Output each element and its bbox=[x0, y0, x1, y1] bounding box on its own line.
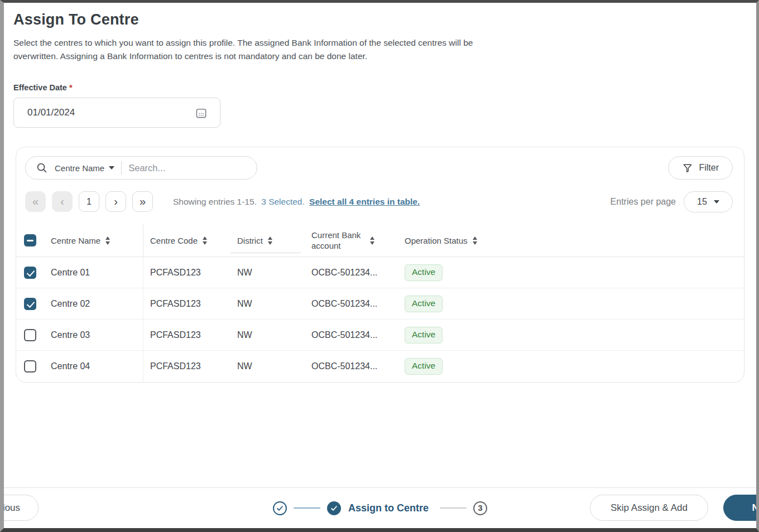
filter-icon bbox=[682, 162, 693, 173]
search-input[interactable] bbox=[128, 163, 249, 173]
row-checkbox[interactable] bbox=[24, 298, 36, 310]
step-2-label: Assign to Centre bbox=[348, 502, 429, 514]
select-all-link[interactable]: Select all 4 entries in table. bbox=[309, 197, 420, 206]
sort-icon bbox=[370, 236, 374, 245]
row-select-cell bbox=[16, 351, 44, 382]
row-checkbox[interactable] bbox=[24, 329, 36, 341]
bank-account-cell: OCBC-501234... bbox=[305, 320, 398, 350]
centre-name-cell: Centre 02 bbox=[44, 288, 143, 319]
operation-status-cell: Active bbox=[398, 320, 744, 350]
effective-date-label-text: Effective Date bbox=[13, 83, 67, 92]
footer-bar: Previous Assign to Centre 3 Skip Assign … bbox=[4, 487, 756, 528]
entries-per-page-label: Entries per page bbox=[611, 197, 676, 207]
operation-status-cell: Active bbox=[398, 257, 744, 288]
next-button[interactable]: Next bbox=[723, 495, 756, 521]
centres-table-card: Centre Name Filter « ‹ bbox=[16, 147, 744, 383]
centre-code-cell: PCFASD123 bbox=[143, 320, 230, 350]
page-title: Assign To Centre bbox=[13, 11, 756, 28]
centre-code-cell: PCFASD123 bbox=[143, 257, 230, 288]
step-2-current-icon bbox=[327, 501, 341, 515]
filter-button-label: Filter bbox=[699, 163, 719, 173]
sort-icon bbox=[268, 236, 272, 245]
effective-date-field[interactable] bbox=[13, 98, 220, 128]
table-header-row: Centre Name Centre Code District bbox=[16, 224, 744, 257]
pagination-first-button[interactable]: « bbox=[25, 191, 46, 212]
step-1-completed-icon bbox=[273, 501, 287, 515]
column-header-operation-status[interactable]: Operation Status bbox=[398, 224, 744, 257]
search-category-value: Centre Name bbox=[55, 163, 104, 173]
chevron-down-icon bbox=[714, 200, 719, 204]
pagination-next-button[interactable]: › bbox=[105, 191, 126, 212]
sort-icon bbox=[203, 236, 207, 245]
row-select-cell bbox=[16, 288, 44, 319]
selected-count-text: 3 Selected. bbox=[261, 197, 305, 206]
showing-entries-text: Showing entries 1-15. bbox=[173, 197, 257, 206]
assign-to-centre-page: Assign To Centre Select the centres to w… bbox=[4, 3, 756, 528]
centre-name-cell: Centre 03 bbox=[44, 320, 143, 350]
sort-icon bbox=[473, 236, 477, 245]
search-divider bbox=[121, 161, 122, 175]
row-checkbox[interactable] bbox=[24, 360, 36, 373]
row-select-cell bbox=[16, 257, 44, 288]
row-checkbox[interactable] bbox=[24, 267, 36, 279]
table-row[interactable]: Centre 03 PCFASD123 NW OCBC-501234... Ac… bbox=[16, 320, 744, 351]
centre-name-cell: Centre 04 bbox=[44, 351, 143, 382]
table-row[interactable]: Centre 04 PCFASD123 NW OCBC-501234... Ac… bbox=[16, 351, 744, 382]
table-row[interactable]: Centre 02 PCFASD123 NW OCBC-501234... Ac… bbox=[16, 288, 744, 320]
pagination-status: Showing entries 1-15. 3 Selected. Select… bbox=[173, 197, 420, 207]
step-3-icon: 3 bbox=[473, 501, 487, 515]
skip-assign-button[interactable]: Skip Assign & Add bbox=[590, 495, 708, 521]
window-frame: Assign To Centre Select the centres to w… bbox=[0, 0, 759, 532]
operation-status-cell: Active bbox=[398, 351, 744, 382]
search-icon bbox=[36, 162, 48, 174]
chevron-right-icon: › bbox=[114, 196, 118, 207]
column-header-district[interactable]: District bbox=[230, 224, 305, 257]
district-cell: NW bbox=[230, 320, 305, 350]
column-header-centre-code[interactable]: Centre Code bbox=[143, 224, 230, 257]
sort-icon bbox=[105, 236, 110, 245]
column-header-centre-name[interactable]: Centre Name bbox=[44, 224, 143, 257]
chevron-left-icon: ‹ bbox=[60, 196, 64, 207]
entries-per-page-dropdown[interactable]: 15 bbox=[684, 191, 733, 212]
district-cell: NW bbox=[230, 257, 305, 288]
row-select-cell bbox=[16, 320, 44, 350]
district-cell: NW bbox=[230, 351, 305, 382]
pagination-last-button[interactable]: » bbox=[132, 191, 153, 212]
status-badge: Active bbox=[405, 327, 443, 344]
status-badge: Active bbox=[405, 296, 443, 312]
double-chevron-right-icon: » bbox=[140, 196, 146, 207]
select-all-cell bbox=[16, 224, 44, 257]
pagination-page-button[interactable]: 1 bbox=[79, 191, 99, 212]
operation-status-cell: Active bbox=[398, 288, 744, 319]
centre-code-cell: PCFASD123 bbox=[143, 288, 230, 319]
stepper-connector bbox=[440, 507, 467, 509]
page-description: Select the centres to which you want to … bbox=[13, 36, 497, 63]
status-badge: Active bbox=[405, 358, 443, 375]
entries-per-page-control: Entries per page 15 bbox=[611, 191, 733, 212]
search-bar[interactable]: Centre Name bbox=[25, 156, 257, 180]
calendar-icon[interactable] bbox=[195, 107, 208, 119]
search-category-dropdown[interactable]: Centre Name bbox=[55, 163, 114, 173]
status-badge: Active bbox=[405, 264, 443, 281]
bank-account-cell: OCBC-501234... bbox=[305, 257, 398, 288]
centre-name-cell: Centre 01 bbox=[44, 257, 143, 288]
double-chevron-left-icon: « bbox=[32, 196, 39, 207]
bank-account-cell: OCBC-501234... bbox=[305, 288, 398, 319]
effective-date-label: Effective Date * bbox=[13, 83, 756, 92]
stepper-connector bbox=[294, 507, 320, 509]
table-toolbar: Centre Name Filter bbox=[16, 147, 744, 180]
column-header-current-bank-account[interactable]: Current Bank account bbox=[305, 224, 398, 257]
district-cell: NW bbox=[230, 288, 305, 319]
effective-date-input[interactable] bbox=[14, 107, 195, 118]
centre-code-cell: PCFASD123 bbox=[143, 351, 230, 382]
select-all-checkbox[interactable] bbox=[24, 234, 36, 246]
filter-button[interactable]: Filter bbox=[668, 156, 733, 180]
bank-account-cell: OCBC-501234... bbox=[305, 351, 398, 382]
pagination-prev-button[interactable]: ‹ bbox=[52, 191, 73, 212]
entries-per-page-value: 15 bbox=[697, 197, 707, 207]
table-row[interactable]: Centre 01 PCFASD123 NW OCBC-501234... Ac… bbox=[16, 257, 744, 288]
pagination-bar: « ‹ 1 › » Showing entries 1-15. 3 Select… bbox=[16, 191, 744, 212]
required-asterisk: * bbox=[69, 83, 73, 92]
chevron-down-icon bbox=[109, 166, 114, 170]
table-body: Centre 01 PCFASD123 NW OCBC-501234... Ac… bbox=[16, 257, 744, 382]
